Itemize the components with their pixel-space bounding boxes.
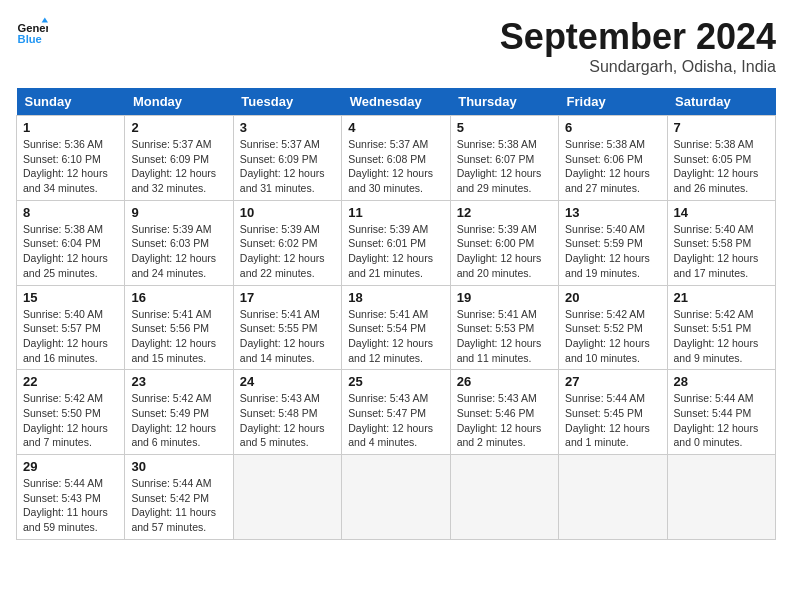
calendar-day: 5Sunrise: 5:38 AMSunset: 6:07 PMDaylight…	[450, 116, 558, 201]
calendar-day	[233, 455, 341, 540]
calendar-day: 25Sunrise: 5:43 AMSunset: 5:47 PMDayligh…	[342, 370, 450, 455]
calendar-day: 15Sunrise: 5:40 AMSunset: 5:57 PMDayligh…	[17, 285, 125, 370]
header-sunday: Sunday	[17, 88, 125, 116]
calendar-day	[559, 455, 667, 540]
header-thursday: Thursday	[450, 88, 558, 116]
header-saturday: Saturday	[667, 88, 775, 116]
calendar-day: 4Sunrise: 5:37 AMSunset: 6:08 PMDaylight…	[342, 116, 450, 201]
logo: General Blue	[16, 16, 48, 48]
calendar-day: 19Sunrise: 5:41 AMSunset: 5:53 PMDayligh…	[450, 285, 558, 370]
header-tuesday: Tuesday	[233, 88, 341, 116]
calendar-day: 10Sunrise: 5:39 AMSunset: 6:02 PMDayligh…	[233, 200, 341, 285]
logo-icon: General Blue	[16, 16, 48, 48]
calendar-day	[450, 455, 558, 540]
page-header: General Blue September 2024 Sundargarh, …	[16, 16, 776, 76]
calendar-day: 21Sunrise: 5:42 AMSunset: 5:51 PMDayligh…	[667, 285, 775, 370]
calendar-day: 20Sunrise: 5:42 AMSunset: 5:52 PMDayligh…	[559, 285, 667, 370]
calendar-day	[667, 455, 775, 540]
calendar-day: 1Sunrise: 5:36 AMSunset: 6:10 PMDaylight…	[17, 116, 125, 201]
header-row: Sunday Monday Tuesday Wednesday Thursday…	[17, 88, 776, 116]
calendar-day: 27Sunrise: 5:44 AMSunset: 5:45 PMDayligh…	[559, 370, 667, 455]
header-friday: Friday	[559, 88, 667, 116]
location-title: Sundargarh, Odisha, India	[500, 58, 776, 76]
calendar-day: 11Sunrise: 5:39 AMSunset: 6:01 PMDayligh…	[342, 200, 450, 285]
title-section: September 2024 Sundargarh, Odisha, India	[500, 16, 776, 76]
calendar-day: 23Sunrise: 5:42 AMSunset: 5:49 PMDayligh…	[125, 370, 233, 455]
calendar-day: 8Sunrise: 5:38 AMSunset: 6:04 PMDaylight…	[17, 200, 125, 285]
calendar-day: 29Sunrise: 5:44 AMSunset: 5:43 PMDayligh…	[17, 455, 125, 540]
month-title: September 2024	[500, 16, 776, 58]
calendar-day: 12Sunrise: 5:39 AMSunset: 6:00 PMDayligh…	[450, 200, 558, 285]
calendar-day	[342, 455, 450, 540]
calendar-day: 22Sunrise: 5:42 AMSunset: 5:50 PMDayligh…	[17, 370, 125, 455]
calendar-day: 13Sunrise: 5:40 AMSunset: 5:59 PMDayligh…	[559, 200, 667, 285]
header-monday: Monday	[125, 88, 233, 116]
calendar-day: 18Sunrise: 5:41 AMSunset: 5:54 PMDayligh…	[342, 285, 450, 370]
calendar-table: Sunday Monday Tuesday Wednesday Thursday…	[16, 88, 776, 540]
calendar-day: 28Sunrise: 5:44 AMSunset: 5:44 PMDayligh…	[667, 370, 775, 455]
calendar-day: 2Sunrise: 5:37 AMSunset: 6:09 PMDaylight…	[125, 116, 233, 201]
calendar-day: 7Sunrise: 5:38 AMSunset: 6:05 PMDaylight…	[667, 116, 775, 201]
calendar-day: 17Sunrise: 5:41 AMSunset: 5:55 PMDayligh…	[233, 285, 341, 370]
calendar-day: 9Sunrise: 5:39 AMSunset: 6:03 PMDaylight…	[125, 200, 233, 285]
calendar-day: 14Sunrise: 5:40 AMSunset: 5:58 PMDayligh…	[667, 200, 775, 285]
svg-text:Blue: Blue	[18, 33, 42, 45]
calendar-day: 16Sunrise: 5:41 AMSunset: 5:56 PMDayligh…	[125, 285, 233, 370]
header-wednesday: Wednesday	[342, 88, 450, 116]
calendar-day: 24Sunrise: 5:43 AMSunset: 5:48 PMDayligh…	[233, 370, 341, 455]
svg-text:General: General	[18, 22, 48, 34]
calendar-day: 6Sunrise: 5:38 AMSunset: 6:06 PMDaylight…	[559, 116, 667, 201]
calendar-day: 26Sunrise: 5:43 AMSunset: 5:46 PMDayligh…	[450, 370, 558, 455]
calendar-day: 3Sunrise: 5:37 AMSunset: 6:09 PMDaylight…	[233, 116, 341, 201]
calendar-day: 30Sunrise: 5:44 AMSunset: 5:42 PMDayligh…	[125, 455, 233, 540]
svg-marker-2	[42, 18, 48, 23]
